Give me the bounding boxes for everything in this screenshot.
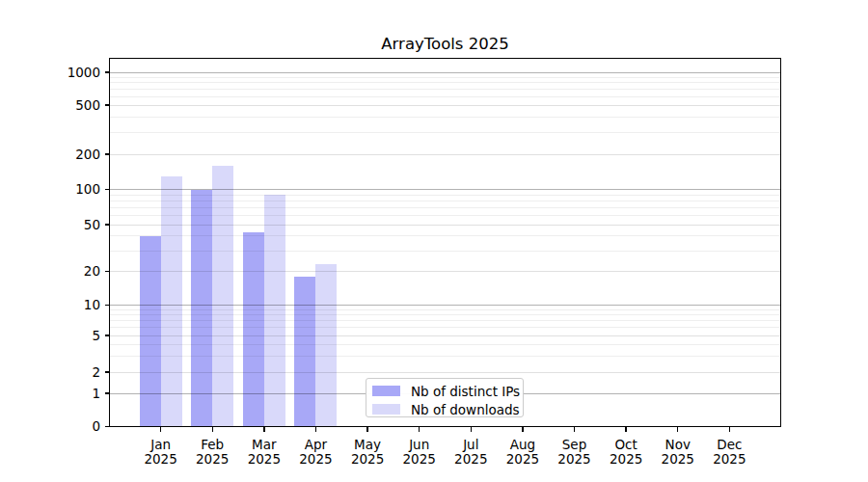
minor-gridline-60 (109, 215, 781, 216)
y-tick-label-1000: 1000 (19, 65, 100, 81)
x-tick-mark-jul (471, 427, 472, 432)
bar-distinct-ips-mar (243, 232, 264, 427)
minor-gridline-4 (109, 344, 781, 345)
gridline-20 (109, 271, 781, 272)
x-tick-mark-sep (574, 427, 575, 432)
minor-gridline-6 (109, 327, 781, 328)
minor-gridline-8 (109, 314, 781, 315)
chart-figure: ArrayTools 2025 Nb of distinct IPs Nb of… (0, 0, 868, 482)
gridline-1000 (109, 72, 781, 73)
y-tick-label-1: 1 (19, 386, 100, 402)
gridline-100 (109, 189, 781, 190)
minor-gridline-70 (109, 207, 781, 208)
y-tick-label-500: 500 (19, 97, 100, 114)
gridline-500 (109, 105, 781, 106)
x-tick-mark-mar (263, 427, 264, 432)
legend-swatch-distinct-ips (372, 386, 400, 396)
x-tick-mark-nov (677, 427, 678, 432)
x-tick-label-dec: Dec2025 (698, 438, 760, 468)
minor-gridline-900 (109, 77, 781, 78)
legend-item-distinct-ips: Nb of distinct IPs (372, 383, 515, 399)
gridline-200 (109, 154, 781, 155)
x-tick-year-dec: 2025 (698, 452, 760, 468)
gridline-10 (109, 305, 781, 306)
legend: Nb of distinct IPs Nb of downloads (366, 378, 524, 417)
minor-gridline-3 (109, 356, 781, 357)
y-tick-label-50: 50 (19, 217, 100, 233)
legend-label-downloads: Nb of downloads (411, 402, 520, 417)
y-tick-label-200: 200 (19, 147, 100, 163)
x-tick-mark-oct (625, 427, 626, 432)
plot-area (109, 58, 781, 428)
minor-gridline-7 (109, 320, 781, 321)
minor-gridline-9 (109, 309, 781, 310)
bar-downloads-jan (161, 176, 182, 427)
bar-distinct-ips-jan (140, 236, 161, 427)
x-tick-mark-dec (729, 427, 730, 432)
minor-gridline-300 (109, 132, 781, 133)
y-tick-label-2: 2 (19, 364, 100, 381)
gridline-5 (109, 335, 781, 336)
y-tick-label-5: 5 (19, 328, 100, 344)
bar-downloads-apr (315, 264, 337, 427)
minor-gridline-30 (109, 251, 781, 252)
minor-gridline-400 (109, 117, 781, 118)
y-tick-label-100: 100 (19, 181, 100, 198)
y-tick-mark-0 (105, 426, 110, 427)
x-tick-mark-jan (160, 427, 161, 432)
x-tick-mark-aug (522, 427, 523, 432)
chart-title: ArrayTools 2025 (109, 34, 781, 55)
legend-item-downloads: Nb of downloads (372, 401, 515, 417)
minor-gridline-40 (109, 235, 781, 236)
x-tick-mark-apr (315, 427, 316, 432)
legend-swatch-downloads (372, 404, 400, 415)
gridline-50 (109, 225, 781, 226)
x-tick-mark-feb (212, 427, 213, 432)
bar-distinct-ips-apr (294, 277, 315, 427)
y-tick-label-0: 0 (19, 418, 100, 435)
x-tick-mark-jun (419, 427, 420, 432)
gridline-2 (109, 372, 781, 373)
y-tick-label-20: 20 (19, 263, 100, 280)
minor-gridline-800 (109, 82, 781, 83)
minor-gridline-600 (109, 96, 781, 97)
bar-downloads-feb (212, 166, 233, 427)
legend-label-distinct-ips: Nb of distinct IPs (411, 384, 520, 399)
x-tick-mark-may (366, 427, 367, 432)
minor-gridline-90 (109, 195, 781, 196)
y-tick-label-10: 10 (19, 297, 100, 313)
minor-gridline-80 (109, 201, 781, 201)
minor-gridline-700 (109, 89, 781, 90)
